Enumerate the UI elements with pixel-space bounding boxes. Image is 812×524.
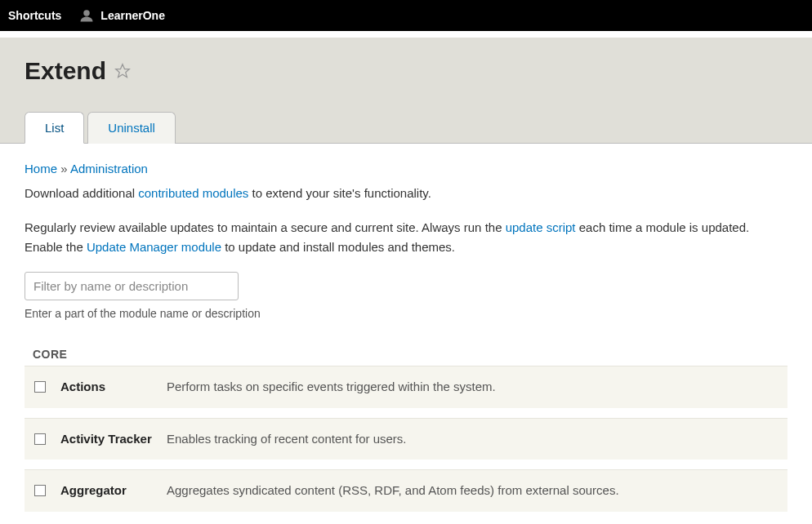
toolbar-shortcuts[interactable]: Shortcuts bbox=[8, 9, 61, 22]
module-name: Actions bbox=[60, 378, 167, 397]
link-update-script[interactable]: update script bbox=[506, 220, 576, 234]
intro-para-2: Regularly review available updates to ma… bbox=[25, 218, 787, 257]
header-region: Extend List Uninstall bbox=[0, 38, 812, 143]
svg-point-0 bbox=[84, 10, 91, 16]
module-row: Aggregator Aggregates syndicated content… bbox=[25, 469, 787, 512]
shortcuts-label: Shortcuts bbox=[8, 9, 61, 22]
module-description: Perform tasks on specific events trigger… bbox=[167, 378, 496, 397]
content-region: Home » Administration Download additiona… bbox=[0, 143, 812, 524]
primary-tabs: List Uninstall bbox=[25, 112, 787, 144]
breadcrumb-admin[interactable]: Administration bbox=[70, 162, 148, 175]
link-update-manager[interactable]: Update Manager module bbox=[87, 240, 221, 254]
module-filter-input[interactable] bbox=[25, 272, 239, 300]
tab-uninstall[interactable]: Uninstall bbox=[87, 112, 176, 144]
section-header-core: CORE bbox=[25, 343, 787, 366]
admin-toolbar: Shortcuts LearnerOne bbox=[0, 0, 812, 31]
user-icon bbox=[79, 8, 94, 23]
module-name: Activity Tracker bbox=[60, 430, 167, 449]
module-checkbox[interactable] bbox=[34, 485, 46, 496]
svg-marker-1 bbox=[116, 64, 130, 78]
tab-list-label: List bbox=[45, 121, 64, 135]
module-description: Aggregates syndicated content (RSS, RDF,… bbox=[167, 482, 619, 500]
module-row: Actions Perform tasks on specific events… bbox=[25, 366, 787, 408]
tab-uninstall-label: Uninstall bbox=[108, 121, 155, 135]
module-name: Aggregator bbox=[60, 482, 167, 500]
intro-para-1: Download additional contributed modules … bbox=[25, 184, 787, 203]
module-description: Enables tracking of recent content for u… bbox=[167, 430, 407, 449]
module-checkbox[interactable] bbox=[34, 381, 46, 393]
tab-list[interactable]: List bbox=[25, 112, 84, 144]
link-contributed-modules[interactable]: contributed modules bbox=[138, 186, 248, 200]
toolbar-tray bbox=[0, 31, 812, 38]
page-title: Extend bbox=[25, 57, 106, 85]
page-title-row: Extend bbox=[25, 57, 787, 85]
breadcrumb-sep: » bbox=[57, 162, 70, 175]
breadcrumb: Home » Administration bbox=[25, 162, 787, 175]
toolbar-user[interactable]: LearnerOne bbox=[79, 8, 165, 23]
module-row: Activity Tracker Enables tracking of rec… bbox=[25, 418, 787, 460]
breadcrumb-home[interactable]: Home bbox=[25, 162, 57, 175]
username-label: LearnerOne bbox=[100, 9, 165, 22]
star-icon[interactable] bbox=[114, 57, 131, 85]
filter-help-text: Enter a part of the module name or descr… bbox=[25, 307, 787, 320]
module-checkbox[interactable] bbox=[34, 433, 46, 445]
